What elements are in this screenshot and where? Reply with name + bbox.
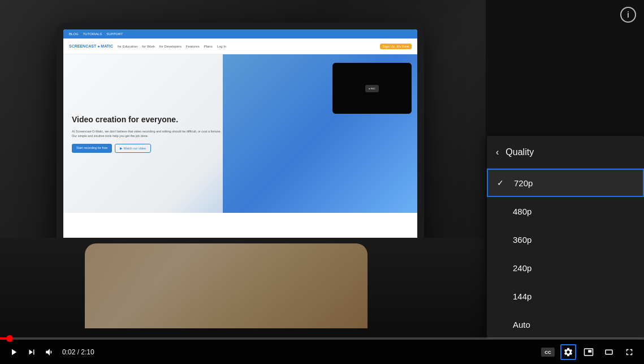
nav-work: for Work [142,45,155,48]
video-player: BLOG TUTORIALS SUPPORT SCREENCAST ● MATI… [0,0,644,340]
quality-menu: ‹ Quality ✓ 720p 480p 360p 240p 144p [487,136,644,339]
hero-text: Video creation for everyone. At Screenca… [72,114,223,153]
theater-icon [604,347,614,357]
quality-label-360p: 360p [513,235,531,245]
miniplayer-button[interactable] [581,344,597,360]
quality-label-auto: Auto [513,320,530,329]
cc-button[interactable]: CC [540,344,556,360]
info-button[interactable]: i [620,7,636,23]
settings-icon [563,347,573,357]
video-content: BLOG TUTORIALS SUPPORT SCREENCAST ● MATI… [0,0,492,340]
hero-image: ● REC [223,54,417,213]
quality-menu-header[interactable]: ‹ Quality [487,136,644,169]
nav-features: Features [186,45,200,48]
progress-thumb[interactable] [6,335,13,342]
quality-label-720p: 720p [514,178,533,188]
skip-button[interactable] [25,345,38,359]
info-icon: i [627,10,629,19]
progress-bar[interactable] [0,337,644,340]
website-main-nav: SCREENCAST ● MATIC for Education for Wor… [63,38,417,54]
hands-image [85,243,368,328]
fullscreen-button[interactable] [621,344,637,360]
website-hero: Video creation for everyone. At Screenca… [63,54,417,213]
time-display: 0:02 / 2:10 [62,348,94,356]
quality-label-144p: 144p [513,292,531,301]
recording-controls: ● REC [365,85,379,92]
nav-blog: BLOG [69,32,79,36]
nav-support: SUPPORT [106,32,123,36]
quality-option-360p[interactable]: 360p [487,225,644,254]
fullscreen-icon [624,347,634,357]
checkmark-icon: ✓ [497,178,506,187]
quality-option-720p[interactable]: ✓ 720p [487,169,644,197]
quality-option-240p[interactable]: 240p [487,254,644,282]
website-signup: Sign Up, It's Free [380,44,412,49]
desk-area [0,238,492,340]
play-button[interactable] [7,345,20,359]
svg-text:CC: CC [544,350,551,355]
theater-button[interactable] [601,344,617,360]
controls-bar: 0:02 / 2:10 CC [0,340,644,364]
website-top-nav: BLOG TUTORIALS SUPPORT [63,29,417,38]
recording-ui-overlay: ● REC [332,63,412,114]
play-icon [8,347,19,357]
miniplayer-icon [584,347,594,357]
nav-plans: Plans [204,45,213,48]
hero-buttons: Start recording for free ▶ Watch our vid… [72,144,223,153]
nav-tutorials: TUTORIALS [83,32,102,36]
settings-button[interactable] [560,344,576,360]
screen-mockup: ● REC [332,63,412,114]
hero-description: At Screencast-O-Matic, we don't believe … [72,129,223,139]
website-logo: SCREENCAST ● MATIC [69,44,113,48]
back-chevron-icon: ‹ [496,147,499,157]
quality-label-480p: 480p [513,207,531,216]
quality-label-240p: 240p [513,263,531,273]
laptop-screen: BLOG TUTORIALS SUPPORT SCREENCAST ● MATI… [63,29,417,249]
laptop-mockup: BLOG TUTORIALS SUPPORT SCREENCAST ● MATI… [57,23,424,266]
watch-video-btn: ▶ Watch our video [115,144,151,153]
skip-icon [27,347,37,357]
quality-option-144p[interactable]: 144p [487,282,644,310]
start-recording-btn: Start recording for free [72,144,112,153]
quality-option-480p[interactable]: 480p [487,197,644,225]
nav-education: for Education [118,45,137,48]
hero-title: Video creation for everyone. [72,114,223,125]
quality-option-auto[interactable]: Auto [487,310,644,339]
quality-title: Quality [505,147,534,157]
website-login: Log In [217,45,227,48]
volume-icon [45,347,55,357]
nav-developers: for Developers [159,45,181,48]
cc-icon: CC [541,347,555,357]
volume-button[interactable] [43,345,57,359]
